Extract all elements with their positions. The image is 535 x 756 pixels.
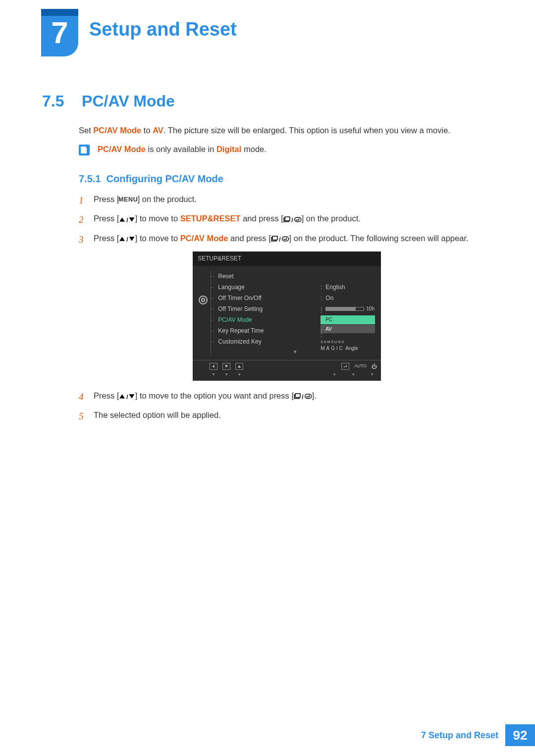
intro-paragraph: Set PC/AV Mode to AV. The picture size w… [79,124,450,137]
osd-item-offtimer: Off Timer On/Off : On [214,293,376,303]
svg-marker-20 [119,394,125,399]
triangle-down-icon: ▼ [210,372,217,378]
svg-marker-18 [238,365,241,368]
svg-rect-12 [272,236,277,240]
svg-marker-19 [344,366,345,367]
gear-icon [199,296,208,304]
up-icon [235,363,243,370]
svg-marker-17 [225,365,228,368]
svg-text:/: / [302,394,304,400]
section-title: PC/AV Mode [82,92,175,110]
osd-footer: AUTO ⏻ [193,360,381,372]
step-1: 1 Press [MENU] on the product. [79,193,485,207]
step-3: 3 Press [/] to move to PC/AV Mode and pr… [79,232,485,385]
osd-item-reset: Reset [214,271,376,282]
intro-bold-2: AV [153,126,163,135]
source-enter-icon: / [271,236,289,242]
svg-text:/: / [127,236,129,242]
footer-page-number: 92 [505,724,535,746]
power-icon: ⏻ [372,362,377,371]
steps-list: 1 Press [MENU] on the product. 2 Press [… [79,193,485,429]
svg-marker-15 [283,239,284,240]
svg-marker-8 [119,237,125,241]
chapter-badge: 7 [41,9,78,56]
auto-label: AUTO [354,363,367,370]
intro-bold-1: PC/AV Mode [93,126,141,135]
section-number: 7.5 [42,92,64,110]
triangle-down-icon: ▼ [330,372,338,378]
svg-marker-27 [306,396,307,398]
back-icon [210,363,217,370]
osd-item-language: Language : English [214,282,376,293]
note-text: PC/AV Mode is only available in Digital … [98,145,267,154]
step-5: 5 The selected option will be applied. [79,409,485,423]
svg-marker-0 [119,217,125,222]
svg-marker-10 [129,237,135,241]
footer-chapter: 7 Setup and Reset [421,730,498,741]
svg-marker-22 [129,394,135,399]
section-heading: 7.5 PC/AV Mode [42,92,175,110]
triangle-down-icon: ▼ [222,372,230,378]
svg-text:/: / [291,216,293,222]
osd-screenshot: SETUP&RESET Reset Language : English [106,252,469,381]
page-footer: 7 Setup and Reset 92 [421,724,535,746]
svg-rect-14 [282,237,288,241]
svg-text:/: / [127,394,129,400]
svg-text:/: / [279,236,281,242]
svg-rect-4 [285,217,290,221]
note-row: PC/AV Mode is only available in Digital … [79,145,267,155]
osd-header: SETUP&RESET [193,252,381,266]
triangle-down-icon: ▼ [349,372,357,378]
triangle-down-icon: ▼ [368,372,376,378]
svg-marker-7 [296,219,297,221]
svg-rect-26 [305,394,312,399]
svg-marker-16 [213,365,214,368]
note-icon [79,145,90,155]
step-2: 2 Press [/] to move to SETUP&RESET and p… [79,212,485,227]
svg-marker-2 [129,217,135,222]
svg-rect-6 [295,217,301,222]
chapter-number: 7 [51,15,68,56]
menu-key-icon: MENU [118,195,138,204]
up-down-icon: / [119,236,135,242]
source-enter-icon: / [294,393,312,400]
up-down-icon: / [119,393,135,400]
up-down-icon: / [119,216,135,223]
svg-rect-24 [295,394,300,398]
svg-text:/: / [127,216,129,222]
down-icon [222,363,230,370]
osd-item-pcav: PC/AV Mode : PCAV [214,314,376,325]
enter-icon [341,363,349,370]
chapter-title: Setup and Reset [89,19,237,40]
osd-item-customkey: Customized Key : SAMSUNGMAGIC Angle [214,336,376,347]
subsection-heading: 7.5.1 Configuring PC/AV Mode [79,173,223,185]
step-4: 4 Press [/] to move to the option you wa… [79,390,485,404]
triangle-down-icon: ▼ [235,372,243,378]
source-enter-icon: / [283,216,302,223]
